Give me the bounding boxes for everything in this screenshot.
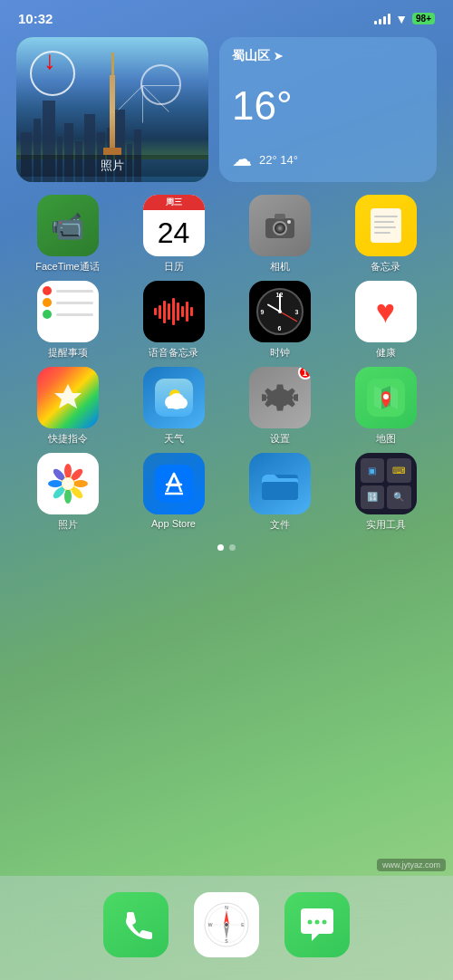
facetime-icon: 📹 [37,195,99,256]
app-camera[interactable]: 相机 [228,195,331,274]
weather-app-label: 天气 [164,432,184,446]
svg-rect-8 [374,221,394,223]
clock-label: 时钟 [270,346,290,360]
reminders-icon [37,281,99,342]
svg-point-28 [64,489,72,504]
wifi-icon: ▼ [395,12,408,26]
photos-app-label: 照片 [58,518,78,532]
photos-widget-label: 照片 [16,155,208,177]
health-icon: ♥ [355,281,417,342]
svg-point-3 [278,226,282,230]
svg-point-5 [287,220,291,224]
app-facetime[interactable]: 📹 FaceTime通话 [16,195,119,274]
voice-memos-icon [143,281,205,342]
svg-rect-10 [374,232,390,234]
cloud-icon: ☁ [232,148,252,171]
watermark: www.jytyaz.com [0,859,453,871]
dock-safari[interactable]: N S E W [194,892,259,957]
app-notes[interactable]: 备忘录 [334,195,437,274]
app-utilities[interactable]: ▣ ⌨ 🔢 🔍 实用工具 [334,453,437,532]
weather-temperature: 16° [232,86,424,126]
app-weather[interactable]: 天气 [122,367,225,446]
app-appstore[interactable]: A App Store [122,453,225,532]
widgets-row: ↓ 照片 [0,30,453,189]
svg-point-26 [73,480,88,487]
svg-point-30 [48,480,63,487]
app-files[interactable]: 文件 [228,453,331,532]
signal-icon [374,14,390,24]
svg-text:W: W [208,922,213,927]
weather-details: ☁ 22° 14° [232,148,424,171]
files-label: 文件 [270,518,290,532]
app-reminders[interactable]: 提醒事项 [16,281,119,360]
utilities-label: 实用工具 [366,518,406,532]
app-calendar[interactable]: 周三 24 日历 [122,195,225,274]
app-maps[interactable]: 地图 [334,367,437,446]
shortcuts-icon [37,367,99,428]
settings-badge: 1 [298,367,311,380]
maps-label: 地图 [376,432,396,446]
maps-icon [355,367,417,428]
phone-icon [103,892,169,957]
dock: N S E W [0,876,453,980]
facetime-label: FaceTime通话 [35,260,100,274]
page-dots [0,537,453,558]
svg-rect-7 [374,216,398,217]
settings-label: 设置 [270,432,290,446]
svg-point-48 [225,923,228,927]
dock-phone[interactable] [103,892,169,957]
status-right: ▼ 98+ [374,12,435,26]
tower-decoration [103,53,121,155]
reminders-label: 提醒事项 [48,346,88,360]
settings-icon: 1 [249,367,311,428]
svg-rect-9 [374,226,396,228]
app-settings[interactable]: 1 设置 [228,367,331,446]
app-grid: 📹 FaceTime通话 周三 24 日历 相机 [0,189,453,537]
weather-range: 22° 14° [259,153,298,167]
app-voice-memos[interactable]: 语音备忘录 [122,281,225,360]
red-arrow-annotation: ↓ [43,46,56,75]
status-bar: 10:32 ▼ 98+ [0,0,453,30]
app-shortcuts[interactable]: 快捷指令 [16,367,119,446]
calendar-day: 周三 [143,195,205,210]
svg-rect-40 [262,482,298,500]
svg-text:N: N [225,905,228,910]
clock-icon: 12 3 6 9 [249,281,311,342]
health-label: 健康 [376,346,396,360]
calendar-icon: 周三 24 [143,195,205,256]
battery-indicator: 98+ [412,13,435,24]
appstore-icon: A [143,453,205,514]
notes-label: 备忘录 [371,260,400,274]
weather-widget[interactable]: 蜀山区 ➤ 16° ☁ 22° 14° [219,37,437,182]
camera-label: 相机 [270,260,290,274]
ferris-wheel-decoration [140,64,181,105]
svg-point-53 [308,919,313,924]
photos-widget[interactable]: ↓ 照片 [16,37,208,182]
svg-rect-6 [371,208,401,243]
svg-point-55 [323,919,327,924]
notes-icon [355,195,417,256]
svg-rect-4 [275,214,285,219]
page-dot-2[interactable] [229,544,236,551]
dock-messages[interactable] [284,892,350,957]
svg-point-54 [315,919,320,924]
voice-memos-label: 语音备忘录 [149,346,198,360]
weather-location: 蜀山区 ➤ [232,48,424,64]
svg-rect-16 [168,404,184,408]
calendar-date: 24 [158,210,190,256]
camera-icon [249,195,311,256]
calendar-label: 日历 [164,260,184,274]
messages-icon [284,892,350,957]
page-dot-1[interactable] [217,544,224,551]
svg-point-32 [62,477,74,490]
app-health[interactable]: ♥ 健康 [334,281,437,360]
weather-app-icon [143,367,205,428]
appstore-label: App Store [151,518,196,529]
app-clock[interactable]: 12 3 6 9 时钟 [228,281,331,360]
svg-point-24 [64,464,72,478]
photos-app-icon [37,453,99,514]
safari-icon: N S E W [194,892,259,957]
shortcuts-label: 快捷指令 [48,432,88,446]
svg-point-22 [383,394,389,399]
app-photos[interactable]: 照片 [16,453,119,532]
